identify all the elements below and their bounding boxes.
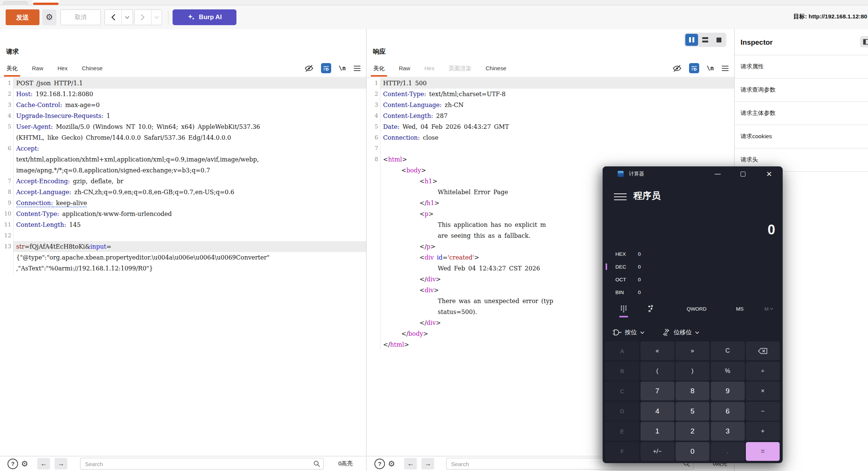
maximize-button[interactable]: [734, 166, 751, 181]
calculator-titlebar[interactable]: 计算器 — ✕: [603, 166, 783, 181]
word-wrap-toggle-active[interactable]: [321, 63, 331, 73]
bitwise-controls: 按位 位移位: [603, 326, 783, 339]
code-line: 8Accept-Language: zh-CN,zh;q=0.9,en;q=0.…: [0, 187, 366, 198]
search-prev-button[interactable]: ←: [37, 458, 50, 469]
code-line: 2Host: 192.168.1.12:8080: [0, 89, 366, 100]
search-prev-button[interactable]: ←: [404, 458, 417, 469]
inspector-section-4[interactable]: 请求cookies: [735, 125, 868, 148]
key-7[interactable]: 7: [641, 382, 674, 400]
send-button[interactable]: 发送: [6, 9, 39, 25]
editor-menu-icon[interactable]: [353, 65, 361, 71]
tab-Chinese[interactable]: Chinese: [485, 60, 507, 77]
search-next-button[interactable]: →: [421, 458, 434, 469]
help-icon[interactable]: ?: [374, 458, 385, 469]
collapse-panel-icon: [863, 39, 868, 45]
editor-menu-icon[interactable]: [721, 65, 729, 71]
calculator-app-icon: [618, 171, 624, 177]
inspector-section-2[interactable]: 请求查询参数: [735, 78, 868, 102]
key-9[interactable]: 9: [711, 382, 745, 400]
radix-row-oct[interactable]: OCT0: [603, 273, 783, 286]
target-url-label: 目标: http://192.168.1.12:80: [794, 13, 867, 21]
tab-Raw[interactable]: Raw: [398, 60, 411, 77]
search-settings-gear-icon[interactable]: ⚙: [21, 458, 28, 469]
hide-nonprintable-eye-slash-icon[interactable]: [673, 65, 682, 72]
key-8[interactable]: 8: [676, 382, 709, 400]
search-settings-gear-icon[interactable]: ⚙: [388, 458, 395, 469]
radix-row-hex[interactable]: HEX0: [603, 248, 783, 260]
key-1[interactable]: 1: [641, 422, 674, 441]
inspector-section-3[interactable]: 请求主体参数: [735, 102, 868, 125]
key-negate[interactable]: +/−: [641, 442, 674, 461]
request-editor[interactable]: 1POST /json HTTP/1.12Host: 192.168.1.12:…: [0, 78, 366, 456]
tab-Chinese[interactable]: Chinese: [81, 60, 104, 77]
tab-美化[interactable]: 美化: [372, 60, 386, 77]
layout-columns-toggle-active[interactable]: [685, 34, 698, 46]
key-4[interactable]: 4: [641, 402, 674, 421]
key-6[interactable]: 6: [711, 402, 745, 421]
close-button[interactable]: ✕: [760, 166, 778, 181]
send-settings-gear-icon[interactable]: ⚙: [42, 9, 56, 25]
word-size-button[interactable]: QWORD: [681, 302, 712, 315]
key-3[interactable]: 3: [711, 422, 745, 441]
code-line: 6Accept:: [0, 143, 366, 154]
key-0[interactable]: 0: [676, 442, 709, 461]
bit-toggle-keypad-button[interactable]: [643, 302, 658, 315]
back-dropdown-button[interactable]: [122, 10, 133, 25]
burp-ai-button[interactable]: Burp AI: [173, 9, 236, 25]
radix-row-dec[interactable]: DEC0: [603, 260, 783, 273]
request-search-input[interactable]: [84, 458, 311, 470]
request-search-box: [80, 458, 324, 469]
key-backspace[interactable]: [746, 341, 780, 360]
tab-美化[interactable]: 美化: [5, 60, 19, 77]
active-tab-accent: [33, 3, 59, 5]
code-line: 1POST /json HTTP/1.1: [0, 78, 366, 89]
key-open-paren[interactable]: (: [641, 362, 674, 380]
key-clear[interactable]: C: [711, 341, 745, 360]
tab-Raw[interactable]: Raw: [31, 60, 44, 77]
key-shift-right[interactable]: »: [676, 341, 709, 360]
key-equals[interactable]: =: [746, 442, 780, 461]
key-hex-D: D: [605, 402, 639, 421]
inspector-section-1[interactable]: 请求属性: [735, 55, 868, 78]
bitwise-dropdown[interactable]: 按位: [612, 326, 644, 339]
key-plus[interactable]: +: [746, 422, 780, 441]
layout-tabs-toggle[interactable]: [712, 34, 725, 46]
show-newlines-icon[interactable]: \n: [339, 65, 346, 72]
memory-store-button[interactable]: MS: [730, 302, 749, 315]
panel-divider[interactable]: [366, 29, 367, 471]
response-editor-icons: \n: [673, 63, 729, 73]
code-line: text/html,application/xhtml+xml,applicat…: [0, 154, 366, 165]
back-button[interactable]: [105, 10, 122, 25]
show-newlines-icon[interactable]: \n: [707, 65, 714, 72]
bitshift-dropdown[interactable]: 位移位: [662, 326, 699, 339]
help-icon[interactable]: ?: [8, 458, 18, 469]
logic-gate-icon: [612, 329, 621, 336]
cancel-button[interactable]: 取消: [61, 9, 101, 25]
key-percent[interactable]: %: [711, 362, 745, 380]
key-divide[interactable]: ÷: [746, 362, 780, 380]
inspector-collapse-button[interactable]: [860, 36, 868, 47]
key-decimal: .: [711, 442, 745, 461]
key-multiply[interactable]: ×: [746, 382, 780, 400]
full-keypad-toggle-active[interactable]: [616, 302, 631, 315]
key-2[interactable]: 2: [676, 422, 709, 441]
minimize-button[interactable]: —: [709, 166, 726, 181]
chevron-down-icon: [640, 331, 644, 334]
word-wrap-toggle-active[interactable]: [689, 63, 699, 73]
layout-rows-toggle[interactable]: [699, 34, 712, 46]
key-5[interactable]: 5: [676, 402, 709, 421]
key-shift-left[interactable]: «: [641, 341, 674, 360]
key-minus[interactable]: −: [746, 402, 780, 421]
tab-Hex[interactable]: Hex: [56, 60, 69, 77]
code-line: 5Date: Wed, 04 Feb 2026 04:43:27 GMT: [367, 121, 734, 132]
radix-row-bin[interactable]: BIN0: [603, 286, 783, 299]
search-next-button[interactable]: →: [55, 458, 67, 469]
key-close-paren[interactable]: ): [676, 362, 709, 380]
code-line: 1HTTP/1.1 500: [367, 78, 734, 89]
radix-list: HEX0DEC0OCT0BIN0: [603, 248, 783, 299]
chevron-left-icon: [111, 14, 115, 21]
code-line: 10Content-Type: application/x-www-form-u…: [0, 208, 366, 219]
keypad-icon: [620, 305, 627, 312]
hide-nonprintable-eye-slash-icon[interactable]: [304, 65, 314, 72]
hamburger-menu-icon[interactable]: [614, 191, 627, 202]
